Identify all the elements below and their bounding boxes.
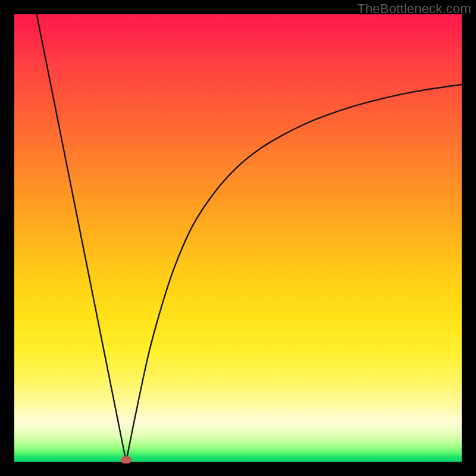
minimum-marker (121, 456, 131, 464)
bottleneck-curve (14, 14, 462, 462)
watermark-text: TheBottleneck.com (357, 1, 471, 17)
chart-plot-area (14, 14, 462, 462)
